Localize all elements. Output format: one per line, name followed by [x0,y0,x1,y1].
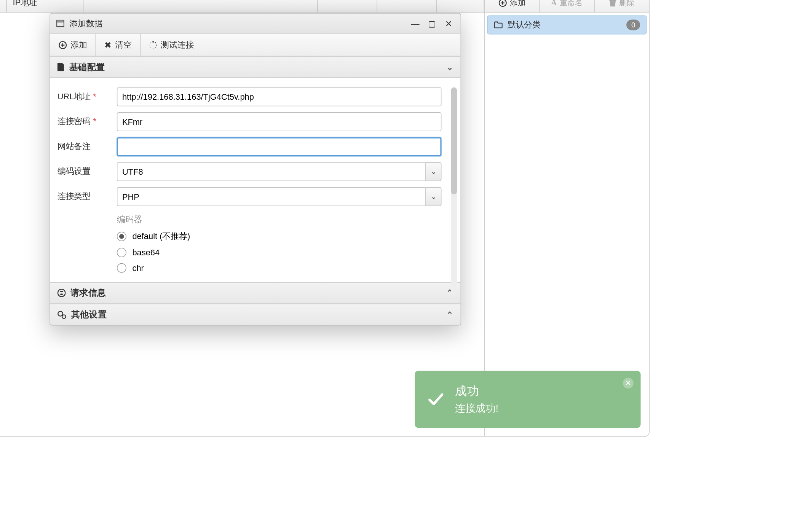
add-data-dialog: 添加数据 — ▢ ✕ 添加 ✖ 清空 测试连接 [50,13,461,325]
table-header: URL地址 IP地址 [0,0,484,13]
category-count-badge: 0 [627,19,640,30]
encoding-select[interactable] [117,162,426,181]
radio-icon [117,232,126,241]
radio-icon [117,248,126,257]
dialog-maximize-button[interactable]: ▢ [426,19,438,28]
plus-circle-icon [59,41,67,49]
globe-icon [57,289,66,297]
toast-title: 成功 [455,383,498,399]
dialog-add-button[interactable]: 添加 [50,34,96,56]
svg-point-14 [150,42,151,43]
plus-circle-icon [499,0,507,7]
category-item-default[interactable]: 默认分类 0 [487,15,647,34]
svg-point-11 [153,48,153,48]
category-add-button[interactable]: 添加 [485,0,540,13]
category-rename-button[interactable]: A 重命名 [540,0,595,13]
check-icon [426,390,444,408]
form-scrollbar[interactable] [451,87,457,295]
svg-point-8 [155,42,156,43]
svg-point-9 [156,44,157,45]
section-basic-config[interactable]: 基础配置 ⌄ [50,56,460,78]
dialog-clear-button[interactable]: ✖ 清空 [96,34,141,56]
chevron-up-icon: ⌃ [446,310,453,319]
svg-point-7 [152,41,154,42]
encoder-radio-default[interactable]: default (不推荐) [117,231,442,242]
category-delete-button[interactable]: 删除 [595,0,649,13]
column-4[interactable] [318,0,377,13]
font-icon: A [551,0,557,7]
column-url[interactable]: URL地址 [0,0,7,13]
radio-icon [117,263,126,273]
note-input[interactable] [117,137,442,156]
encoder-radio-chr[interactable]: chr [117,263,442,273]
column-5[interactable] [377,0,437,13]
svg-point-16 [62,315,65,318]
type-dropdown-button[interactable]: ⌄ [426,187,442,206]
svg-point-13 [149,44,150,45]
chevron-down-icon: ⌄ [446,62,453,72]
spinner-icon [149,41,157,49]
encoder-label: 编码器 [117,215,442,225]
svg-point-10 [155,47,156,48]
encoding-dropdown-button[interactable]: ⌄ [426,162,442,181]
section-request-info[interactable]: 请求信息 ⌃ [50,282,460,304]
category-item-label: 默认分类 [508,19,541,30]
toast-close-button[interactable]: ✕ [623,378,634,389]
svg-rect-5 [57,20,64,27]
dialog-minimize-button[interactable]: — [409,19,421,28]
window-icon [56,19,65,27]
svg-point-12 [150,47,151,48]
password-input[interactable] [117,112,442,131]
svg-point-15 [58,311,62,315]
file-icon [57,63,65,71]
type-select[interactable] [117,187,426,206]
column-6[interactable] [437,0,484,13]
toast-message: 连接成功! [455,401,498,415]
folder-outline-icon [494,21,503,29]
encoder-radio-base64[interactable]: base64 [117,248,442,257]
gears-icon [57,311,66,319]
success-toast: 成功 连接成功! ✕ [415,371,640,428]
url-input[interactable] [117,87,442,106]
dialog-test-button[interactable]: 测试连接 [141,34,202,56]
dialog-title: 添加数据 [69,18,102,29]
trash-icon [609,0,616,6]
section-other-settings[interactable]: 其他设置 ⌃ [50,304,460,325]
x-icon: ✖ [104,40,112,49]
dialog-close-button[interactable]: ✕ [443,19,455,28]
column-ip[interactable]: IP地址 [7,0,84,13]
column-3[interactable] [84,0,318,13]
